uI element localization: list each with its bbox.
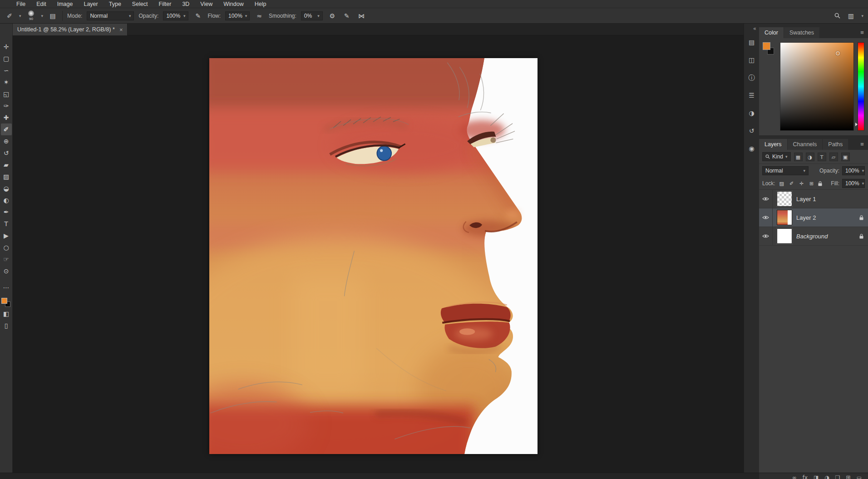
filter-type-layers-icon[interactable]: T bbox=[818, 153, 826, 161]
quick-mask-icon[interactable]: ◧ bbox=[1, 308, 12, 320]
layer-blend-mode-select[interactable]: Normal ▾ bbox=[762, 166, 809, 175]
layer-row-background[interactable]: Background bbox=[759, 227, 868, 246]
tool-preset-caret-icon[interactable]: ▾ bbox=[19, 14, 21, 18]
pen-tool[interactable]: ✒ bbox=[1, 206, 12, 218]
document-tab[interactable]: Untitled-1 @ 58.2% (Layer 2, RGB/8) * × bbox=[13, 24, 128, 35]
new-adjustment-layer-icon[interactable]: ◑ bbox=[824, 473, 829, 479]
workspace-switcher-icon[interactable]: ▥ bbox=[846, 12, 856, 20]
tool-preset-icon[interactable]: ✐ bbox=[5, 12, 15, 20]
menu-type[interactable]: Type bbox=[109, 1, 121, 7]
layer-row-layer2[interactable]: Layer 2 bbox=[759, 208, 868, 227]
paint-symmetry-icon[interactable]: ⋈ bbox=[356, 12, 366, 20]
lock-pixels-icon[interactable]: ✐ bbox=[788, 181, 795, 187]
search-icon[interactable] bbox=[834, 13, 840, 19]
hand-tool[interactable]: ☞ bbox=[1, 253, 12, 265]
filter-adjustment-layers-icon[interactable]: ◑ bbox=[806, 153, 814, 161]
link-layers-icon[interactable]: ∞ bbox=[792, 473, 797, 479]
opacity-select[interactable]: 100% ▾ bbox=[163, 11, 188, 20]
collapse-panels-icon[interactable]: « bbox=[753, 25, 756, 32]
libraries-panel-icon[interactable]: ◉ bbox=[746, 143, 758, 154]
menu-3d[interactable]: 3D bbox=[182, 1, 189, 7]
layer-group-icon[interactable]: ❑ bbox=[835, 473, 840, 479]
ellipse-tool[interactable]: ○ bbox=[1, 242, 12, 253]
lock-position-icon[interactable]: ✛ bbox=[798, 181, 805, 187]
menu-image[interactable]: Image bbox=[57, 1, 73, 7]
tab-paths[interactable]: Paths bbox=[823, 139, 848, 150]
menu-layer[interactable]: Layer bbox=[84, 1, 98, 7]
menu-select[interactable]: Select bbox=[132, 1, 148, 7]
lock-transparency-icon[interactable]: ▨ bbox=[778, 181, 785, 187]
filter-smart-objects-icon[interactable]: ▣ bbox=[841, 153, 850, 161]
workspace-caret-icon[interactable]: ▾ bbox=[861, 14, 863, 18]
screen-mode-icon[interactable]: ▯ bbox=[1, 320, 12, 331]
path-selection-tool[interactable]: ▶ bbox=[1, 230, 12, 242]
quick-selection-tool[interactable]: ✶ bbox=[1, 76, 12, 88]
move-tool[interactable]: ✛ bbox=[1, 41, 12, 53]
rectangular-marquee-tool[interactable]: ▢ bbox=[1, 53, 12, 64]
blur-tool[interactable]: ◒ bbox=[1, 183, 12, 194]
layer-mask-icon[interactable]: ◨ bbox=[814, 473, 819, 479]
brushes-panel-icon[interactable]: ▤ bbox=[746, 36, 758, 48]
adjustments-panel-icon[interactable]: ◑ bbox=[746, 107, 758, 119]
layer-row-layer1[interactable]: Layer 1 bbox=[759, 190, 868, 208]
filter-shape-layers-icon[interactable]: ▱ bbox=[829, 153, 838, 161]
menu-file[interactable]: File bbox=[16, 1, 25, 7]
pressure-opacity-icon[interactable]: ✎ bbox=[193, 12, 203, 20]
smoothing-select[interactable]: 0% ▾ bbox=[301, 11, 323, 20]
brush-picker-caret-icon[interactable]: ▾ bbox=[41, 14, 44, 18]
tab-layers[interactable]: Layers bbox=[759, 139, 787, 150]
layer-opacity-select[interactable]: 100% ▾ bbox=[842, 166, 865, 175]
layer-effects-icon[interactable]: fx bbox=[803, 473, 808, 479]
lock-all-icon[interactable] bbox=[818, 181, 822, 186]
history-brush-tool[interactable]: ↺ bbox=[1, 147, 12, 159]
lasso-tool[interactable]: ∽ bbox=[1, 64, 12, 76]
foreground-color-chip[interactable] bbox=[763, 42, 770, 50]
smoothing-gear-icon[interactable]: ⚙ bbox=[327, 12, 337, 20]
tab-color[interactable]: Color bbox=[759, 27, 784, 38]
properties-panel-icon[interactable]: ☰ bbox=[746, 89, 758, 101]
pressure-size-icon[interactable]: ✎ bbox=[342, 12, 352, 20]
menu-edit[interactable]: Edit bbox=[36, 1, 46, 7]
zoom-tool[interactable]: ⊙ bbox=[1, 265, 12, 277]
layer-name[interactable]: Layer 1 bbox=[796, 196, 816, 202]
filter-pixel-layers-icon[interactable]: ▦ bbox=[794, 153, 803, 161]
spot-healing-brush-tool[interactable]: ✚ bbox=[1, 112, 12, 123]
delete-layer-icon[interactable]: ▭ bbox=[857, 473, 862, 479]
visibility-toggle[interactable] bbox=[759, 190, 773, 208]
info-panel-icon[interactable]: ⓘ bbox=[746, 72, 758, 84]
brush-preset-picker[interactable]: 90 bbox=[26, 10, 37, 21]
layers-panel-menu-icon[interactable]: ≡ bbox=[856, 139, 868, 150]
menu-filter[interactable]: Filter bbox=[159, 1, 172, 7]
flow-select[interactable]: 100% ▾ bbox=[225, 11, 250, 20]
visibility-toggle[interactable] bbox=[759, 227, 773, 245]
layer-name[interactable]: Background bbox=[796, 233, 828, 240]
layer-thumbnail[interactable] bbox=[777, 228, 792, 244]
menu-view[interactable]: View bbox=[200, 1, 212, 7]
layer-thumbnail[interactable] bbox=[777, 191, 792, 207]
history-panel-icon[interactable]: ↺ bbox=[746, 125, 758, 137]
gradient-tool[interactable]: ▨ bbox=[1, 171, 12, 183]
crop-tool[interactable]: ◱ bbox=[1, 88, 12, 100]
fill-select[interactable]: 100% ▾ bbox=[842, 179, 865, 188]
eraser-tool[interactable]: ▰ bbox=[1, 159, 12, 171]
edit-toolbar-icon[interactable]: ⋯ bbox=[1, 281, 12, 293]
clone-stamp-tool[interactable]: ⊕ bbox=[1, 135, 12, 147]
lock-artboard-icon[interactable]: ⊞ bbox=[808, 181, 815, 187]
eyedropper-tool[interactable]: ✑ bbox=[1, 100, 12, 112]
tab-channels[interactable]: Channels bbox=[788, 139, 823, 150]
airbrush-icon[interactable]: ≈ bbox=[254, 12, 264, 20]
brush-tool[interactable]: ✐ bbox=[1, 123, 12, 135]
type-tool[interactable]: T bbox=[1, 218, 12, 230]
new-layer-icon[interactable]: ⊞ bbox=[846, 473, 851, 479]
canvas[interactable] bbox=[209, 58, 538, 454]
visibility-toggle[interactable] bbox=[759, 208, 773, 227]
layer-name[interactable]: Layer 2 bbox=[796, 214, 816, 221]
foreground-background-colors[interactable] bbox=[1, 298, 11, 308]
hue-marker[interactable] bbox=[855, 123, 858, 126]
menu-help[interactable]: Help bbox=[255, 1, 266, 7]
color-cursor[interactable] bbox=[836, 51, 840, 55]
saturation-brightness-picker[interactable] bbox=[780, 42, 854, 131]
brush-settings-panel-icon[interactable]: ▤ bbox=[48, 12, 58, 20]
dodge-tool[interactable]: ◐ bbox=[1, 194, 12, 206]
clone-source-panel-icon[interactable]: ◫ bbox=[746, 54, 758, 66]
